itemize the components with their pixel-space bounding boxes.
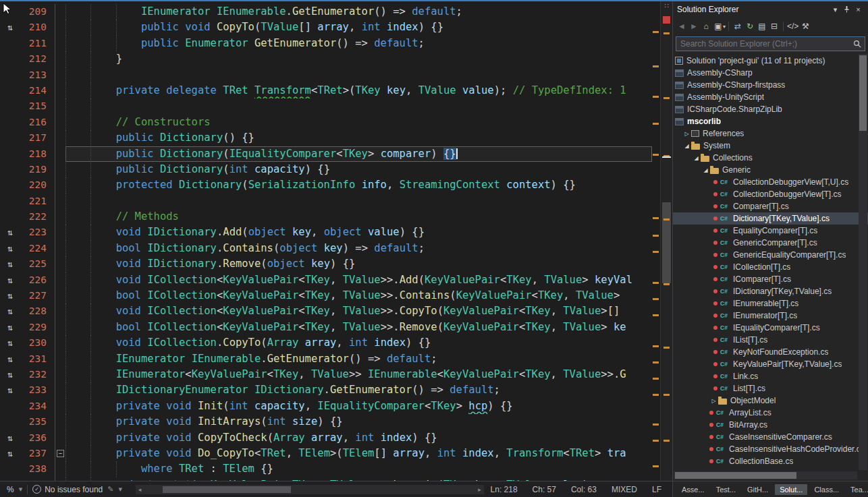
line-number[interactable]: 219 [20, 162, 55, 177]
line-number[interactable]: 232 [20, 367, 55, 382]
tree-item-genericcomparer-t-cs[interactable]: C#GenericComparer[T].cs [673, 237, 868, 249]
code-text[interactable] [65, 67, 652, 83]
switch-views-caret-icon[interactable]: ▾ [723, 24, 726, 30]
tree-item-bitarray-cs[interactable]: C#BitArray.cs [673, 419, 868, 431]
line-number[interactable]: 231 [20, 351, 55, 367]
expander-closed-icon[interactable]: ▷ [709, 398, 718, 404]
show-all-files-icon[interactable]: ▤ [756, 19, 768, 34]
code-line[interactable]: ⇅223void IDictionary.Add(object key, obj… [0, 225, 652, 240]
tree-item-collectionbase-cs[interactable]: C#CollectionBase.cs [673, 455, 868, 467]
line-number[interactable]: 217 [20, 130, 55, 146]
code-line[interactable]: 209IEnumerator IEnumerable.GetEnumerator… [0, 4, 652, 20]
code-line[interactable]: 211public Enumerator GetEnumerator() => … [0, 36, 652, 51]
code-line[interactable]: 220protected Dictionary(SerializationInf… [0, 177, 652, 193]
code-text[interactable]: void ICollection.CopyTo(Array array, int… [65, 335, 652, 351]
reference-glyph-icon[interactable]: ⇅ [0, 225, 20, 240]
code-line[interactable]: 235private void InitArrays(int size) {} [0, 414, 652, 430]
reference-glyph-icon[interactable]: ⇅ [0, 20, 20, 35]
properties-icon[interactable]: ⚒ [799, 19, 811, 34]
code-text[interactable]: IEnumerator IEnumerable.GetEnumerator() … [65, 4, 652, 20]
line-number[interactable]: 209 [20, 4, 55, 20]
tree-item-solution-project-gui-11-of-11-projects[interactable]: Solution 'project-gui' (11 of 11 project… [673, 55, 868, 67]
tree-item-assembly-csharp-firstpass[interactable]: Assembly-CSharp-firstpass [673, 79, 868, 91]
line-number[interactable]: 213 [20, 67, 55, 83]
zoom-label[interactable]: % [7, 485, 14, 494]
tool-window-tab[interactable]: Tea... [846, 484, 868, 495]
code-line[interactable]: ⇅227bool ICollection<KeyValuePair<TKey, … [0, 288, 652, 303]
tree-item-dictionary-tkey-tvalue-cs[interactable]: C#Dictionary[TKey,TValue].cs [673, 212, 868, 225]
reference-glyph-icon[interactable]: ⇅ [0, 446, 20, 461]
view-code-icon[interactable]: </> [786, 19, 799, 34]
code-text[interactable]: IDictionaryEnumerator IDictionary.GetEnu… [65, 382, 652, 398]
tree-item-list-t-cs[interactable]: C#List[T].cs [673, 382, 868, 394]
tool-window-tab[interactable]: Test... [711, 484, 740, 495]
tree-item-equalitycomparer-t-cs[interactable]: C#EqualityComparer[T].cs [673, 225, 868, 237]
edit-pencil-icon[interactable]: ✎ [107, 485, 113, 494]
home-icon[interactable]: ⌂ [700, 19, 712, 34]
code-text[interactable]: public void CopyTo(TValue[] array, int i… [65, 20, 652, 35]
code-line[interactable]: ⇅225void IDictionary.Remove(object key) … [0, 256, 652, 272]
reference-glyph-icon[interactable]: ⇅ [0, 241, 20, 256]
document-health[interactable]: ✓ No issues found [32, 485, 103, 494]
code-line[interactable]: 213 [0, 67, 652, 83]
tree-item-objectmodel[interactable]: ▷ObjectModel [673, 394, 868, 407]
tree-item-collectiondebuggerview-t-u-cs[interactable]: C#CollectionDebuggerView[T,U].cs [673, 176, 868, 188]
reference-glyph-icon[interactable]: ⇅ [0, 367, 20, 382]
solution-tree[interactable]: Solution 'project-gui' (11 of 11 project… [673, 53, 868, 481]
code-line[interactable]: ⇅232IEnumerator<KeyValuePair<TKey, TValu… [0, 367, 652, 382]
code-line[interactable]: 222// Methods [0, 209, 652, 225]
code-line[interactable]: ⇅229bool ICollection<KeyValuePair<TKey, … [0, 320, 652, 335]
code-line[interactable]: ⇅226void ICollection<KeyValuePair<TKey, … [0, 272, 652, 288]
search-input[interactable] [676, 36, 865, 51]
code-line[interactable]: 219public Dictionary(int capacity) {} [0, 162, 652, 177]
sync-with-active-document-icon[interactable]: ⇄ [732, 19, 744, 34]
tree-item-collectiondebuggerview-t-cs[interactable]: C#CollectionDebuggerView[T].cs [673, 188, 868, 200]
code-text[interactable]: private static KeyValuePair<TKey, TValue… [65, 477, 652, 481]
expander-open-icon[interactable]: ◢ [682, 143, 691, 149]
line-number[interactable]: 239 [20, 477, 55, 481]
line-number[interactable]: 229 [20, 320, 55, 335]
tree-item-ienumerator-t-cs[interactable]: C#IEnumerator[T].cs [673, 310, 868, 322]
code-text[interactable] [65, 194, 652, 209]
code-text[interactable] [65, 98, 652, 114]
hscroll-thumb[interactable] [163, 486, 291, 493]
scrollbar-track[interactable] [661, 27, 672, 481]
tree-item-keyvaluepair-tkey-tvalue-cs[interactable]: C#KeyValuePair[TKey,TValue].cs [673, 358, 868, 370]
code-text[interactable]: private void InitArrays(int size) {} [65, 414, 652, 430]
tree-item-ienumerable-t-cs[interactable]: C#IEnumerable[T].cs [673, 297, 868, 310]
code-text[interactable]: public Dictionary(IEqualityComparer<TKey… [65, 146, 652, 162]
reference-glyph-icon[interactable]: ⇅ [0, 272, 20, 288]
code-line[interactable]: ⇅224bool IDictionary.Contains(object key… [0, 241, 652, 256]
code-text[interactable]: public Dictionary(int capacity) {} [65, 162, 652, 177]
code-line[interactable]: ⇅210public void CopyTo(TValue[] array, i… [0, 20, 652, 35]
line-number[interactable]: 233 [20, 382, 55, 398]
tree-item-idictionary-tkey-tvalue-cs[interactable]: C#IDictionary[TKey,TValue].cs [673, 285, 868, 297]
editor-vertical-scrollbar[interactable]: ∷ [660, 1, 672, 481]
code-text[interactable]: void ICollection<KeyValuePair<TKey, TVal… [65, 303, 652, 319]
line-number[interactable]: 218 [20, 146, 55, 162]
line-number[interactable]: 215 [20, 98, 55, 114]
tree-item-icomparer-t-cs[interactable]: C#IComparer[T].cs [673, 273, 868, 285]
code-text[interactable]: IEnumerator IEnumerable.GetEnumerator() … [65, 351, 652, 367]
fold-collapse-icon[interactable]: − [57, 450, 64, 457]
code-editor[interactable]: 209IEnumerator IEnumerable.GetEnumerator… [0, 1, 652, 481]
code-text[interactable]: bool ICollection<KeyValuePair<TKey, TVal… [65, 288, 652, 303]
reference-glyph-icon[interactable]: ⇅ [0, 288, 20, 303]
tree-item-assembly-unityscript[interactable]: Assembly-UnityScript [673, 91, 868, 103]
line-number[interactable]: 228 [20, 303, 55, 319]
collapse-all-icon[interactable]: ⊟ [768, 19, 780, 34]
panel-horizontal-scrollbar[interactable] [674, 471, 857, 479]
code-text[interactable]: public Dictionary() {} [65, 130, 652, 146]
reference-glyph-icon[interactable]: ⇅ [0, 303, 20, 319]
panel-vertical-scrollbar[interactable] [859, 54, 867, 470]
pin-icon[interactable] [841, 5, 852, 14]
search-icon[interactable] [853, 40, 861, 48]
tree-item-generic[interactable]: ◢Generic [673, 164, 868, 176]
line-number[interactable]: 221 [20, 194, 55, 209]
code-text[interactable]: public Enumerator GetEnumerator() => def… [65, 36, 652, 51]
code-line[interactable]: ⇅236private void CopyToCheck(Array array… [0, 430, 652, 446]
code-line[interactable]: ⇅233IDictionaryEnumerator IDictionary.Ge… [0, 382, 652, 398]
code-line[interactable]: 214private delegate TRet Transform<TRet>… [0, 83, 652, 98]
code-text[interactable]: // Methods [65, 209, 652, 225]
code-text[interactable]: private void Init(int capacity, IEqualit… [65, 399, 652, 414]
